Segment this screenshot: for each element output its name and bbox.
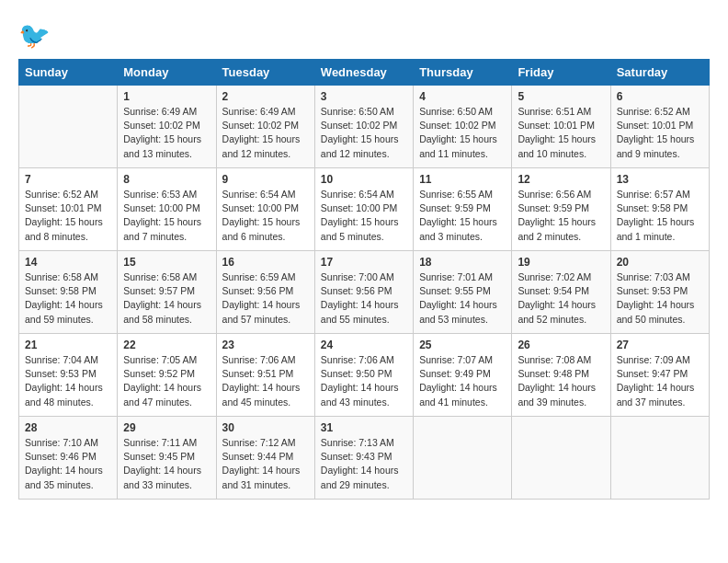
day-info: Sunrise: 7:11 AMSunset: 9:45 PMDaylight:…	[123, 436, 210, 492]
calendar-cell	[512, 417, 610, 500]
day-number: 22	[123, 339, 210, 351]
day-number: 5	[518, 90, 604, 103]
day-info: Sunrise: 7:06 AMSunset: 9:51 PMDaylight:…	[222, 353, 309, 409]
day-info: Sunrise: 6:56 AMSunset: 9:59 PMDaylight:…	[518, 188, 604, 244]
day-number: 1	[123, 90, 210, 103]
logo: 🐦	[18, 18, 55, 52]
calendar-cell	[414, 417, 512, 500]
calendar-cell: 18 Sunrise: 7:01 AMSunset: 9:55 PMDaylig…	[414, 251, 512, 334]
day-info: Sunrise: 7:01 AMSunset: 9:55 PMDaylight:…	[419, 270, 506, 327]
day-info: Sunrise: 6:59 AMSunset: 9:56 PMDaylight:…	[222, 270, 309, 327]
calendar-cell: 24 Sunrise: 7:06 AMSunset: 9:50 PMDaylig…	[314, 334, 413, 417]
calendar-cell: 23 Sunrise: 7:06 AMSunset: 9:51 PMDaylig…	[216, 334, 314, 417]
day-info: Sunrise: 7:08 AMSunset: 9:48 PMDaylight:…	[518, 353, 604, 409]
day-info: Sunrise: 7:06 AMSunset: 9:50 PMDaylight:…	[321, 353, 407, 409]
calendar-cell: 26 Sunrise: 7:08 AMSunset: 9:48 PMDaylig…	[512, 334, 610, 417]
day-header-wednesday: Wednesday	[314, 60, 413, 86]
day-number: 29	[123, 421, 210, 434]
svg-text:🐦: 🐦	[18, 20, 51, 51]
day-number: 8	[123, 173, 210, 186]
day-number: 3	[321, 90, 407, 103]
day-number: 9	[222, 173, 309, 186]
calendar-cell	[19, 86, 118, 168]
calendar-cell: 31 Sunrise: 7:13 AMSunset: 9:43 PMDaylig…	[314, 417, 413, 500]
day-info: Sunrise: 7:04 AMSunset: 9:53 PMDaylight:…	[25, 353, 111, 409]
calendar-cell: 12 Sunrise: 6:56 AMSunset: 9:59 PMDaylig…	[512, 168, 610, 251]
calendar-cell: 19 Sunrise: 7:02 AMSunset: 9:54 PMDaylig…	[512, 251, 610, 334]
day-number: 21	[25, 339, 111, 351]
day-number: 12	[518, 173, 604, 186]
calendar-cell: 3 Sunrise: 6:50 AMSunset: 10:02 PMDaylig…	[314, 86, 413, 168]
calendar-cell: 20 Sunrise: 7:03 AMSunset: 9:53 PMDaylig…	[610, 251, 709, 334]
day-info: Sunrise: 6:49 AMSunset: 10:02 PMDaylight…	[222, 105, 309, 161]
calendar-cell: 16 Sunrise: 6:59 AMSunset: 9:56 PMDaylig…	[216, 251, 314, 334]
calendar-cell: 29 Sunrise: 7:11 AMSunset: 9:45 PMDaylig…	[118, 417, 216, 500]
day-info: Sunrise: 7:10 AMSunset: 9:46 PMDaylight:…	[25, 436, 111, 492]
day-number: 13	[617, 173, 703, 186]
calendar-table: SundayMondayTuesdayWednesdayThursdayFrid…	[18, 59, 710, 500]
day-info: Sunrise: 6:53 AMSunset: 10:00 PMDaylight…	[123, 188, 210, 244]
day-info: Sunrise: 7:00 AMSunset: 9:56 PMDaylight:…	[321, 270, 407, 327]
day-number: 19	[518, 256, 604, 269]
calendar-cell: 9 Sunrise: 6:54 AMSunset: 10:00 PMDaylig…	[216, 168, 314, 251]
day-number: 20	[617, 256, 703, 269]
day-number: 25	[419, 339, 506, 351]
day-info: Sunrise: 6:50 AMSunset: 10:02 PMDaylight…	[321, 105, 407, 161]
day-info: Sunrise: 7:12 AMSunset: 9:44 PMDaylight:…	[222, 436, 309, 492]
calendar-cell: 10 Sunrise: 6:54 AMSunset: 10:00 PMDayli…	[314, 168, 413, 251]
day-number: 11	[419, 173, 506, 186]
day-info: Sunrise: 6:58 AMSunset: 9:57 PMDaylight:…	[123, 270, 210, 327]
calendar-cell: 2 Sunrise: 6:49 AMSunset: 10:02 PMDaylig…	[216, 86, 314, 168]
day-info: Sunrise: 6:51 AMSunset: 10:01 PMDaylight…	[518, 105, 604, 161]
calendar-cell: 22 Sunrise: 7:05 AMSunset: 9:52 PMDaylig…	[118, 334, 216, 417]
calendar-cell: 6 Sunrise: 6:52 AMSunset: 10:01 PMDaylig…	[610, 86, 709, 168]
calendar-cell: 4 Sunrise: 6:50 AMSunset: 10:02 PMDaylig…	[414, 86, 512, 168]
day-info: Sunrise: 6:55 AMSunset: 9:59 PMDaylight:…	[419, 188, 506, 244]
day-number: 23	[222, 339, 309, 351]
calendar-cell: 27 Sunrise: 7:09 AMSunset: 9:47 PMDaylig…	[610, 334, 709, 417]
day-info: Sunrise: 6:54 AMSunset: 10:00 PMDaylight…	[222, 188, 309, 244]
day-number: 31	[321, 421, 407, 434]
day-number: 6	[617, 90, 703, 103]
calendar-cell: 17 Sunrise: 7:00 AMSunset: 9:56 PMDaylig…	[314, 251, 413, 334]
day-number: 14	[25, 256, 111, 269]
day-info: Sunrise: 6:58 AMSunset: 9:58 PMDaylight:…	[25, 270, 111, 327]
calendar-cell: 14 Sunrise: 6:58 AMSunset: 9:58 PMDaylig…	[19, 251, 118, 334]
calendar-cell: 21 Sunrise: 7:04 AMSunset: 9:53 PMDaylig…	[19, 334, 118, 417]
logo-bird-icon: 🐦	[18, 18, 51, 52]
day-info: Sunrise: 7:02 AMSunset: 9:54 PMDaylight:…	[518, 270, 604, 327]
day-number: 18	[419, 256, 506, 269]
calendar-cell: 5 Sunrise: 6:51 AMSunset: 10:01 PMDaylig…	[512, 86, 610, 168]
calendar-cell: 11 Sunrise: 6:55 AMSunset: 9:59 PMDaylig…	[414, 168, 512, 251]
day-number: 10	[321, 173, 407, 186]
day-number: 4	[419, 90, 506, 103]
day-info: Sunrise: 7:03 AMSunset: 9:53 PMDaylight:…	[617, 270, 703, 327]
calendar-cell: 30 Sunrise: 7:12 AMSunset: 9:44 PMDaylig…	[216, 417, 314, 500]
day-info: Sunrise: 6:54 AMSunset: 10:00 PMDaylight…	[321, 188, 407, 244]
day-info: Sunrise: 6:50 AMSunset: 10:02 PMDaylight…	[419, 105, 506, 161]
day-info: Sunrise: 6:49 AMSunset: 10:02 PMDaylight…	[123, 105, 210, 161]
day-info: Sunrise: 6:57 AMSunset: 9:58 PMDaylight:…	[617, 188, 703, 244]
week-row-5: 28 Sunrise: 7:10 AMSunset: 9:46 PMDaylig…	[19, 417, 710, 500]
calendar-cell: 8 Sunrise: 6:53 AMSunset: 10:00 PMDaylig…	[118, 168, 216, 251]
calendar-cell: 15 Sunrise: 6:58 AMSunset: 9:57 PMDaylig…	[118, 251, 216, 334]
day-info: Sunrise: 6:52 AMSunset: 10:01 PMDaylight…	[617, 105, 703, 161]
week-row-2: 7 Sunrise: 6:52 AMSunset: 10:01 PMDaylig…	[19, 168, 710, 251]
calendar-header-row: SundayMondayTuesdayWednesdayThursdayFrid…	[19, 60, 710, 86]
calendar-cell: 13 Sunrise: 6:57 AMSunset: 9:58 PMDaylig…	[610, 168, 709, 251]
day-number: 16	[222, 256, 309, 269]
day-number: 15	[123, 256, 210, 269]
day-header-monday: Monday	[118, 60, 216, 86]
day-header-sunday: Sunday	[19, 60, 118, 86]
day-info: Sunrise: 7:13 AMSunset: 9:43 PMDaylight:…	[321, 436, 407, 492]
day-info: Sunrise: 7:07 AMSunset: 9:49 PMDaylight:…	[419, 353, 506, 409]
day-number: 24	[321, 339, 407, 351]
calendar-cell: 25 Sunrise: 7:07 AMSunset: 9:49 PMDaylig…	[414, 334, 512, 417]
week-row-3: 14 Sunrise: 6:58 AMSunset: 9:58 PMDaylig…	[19, 251, 710, 334]
week-row-4: 21 Sunrise: 7:04 AMSunset: 9:53 PMDaylig…	[19, 334, 710, 417]
day-header-thursday: Thursday	[414, 60, 512, 86]
day-number: 27	[617, 339, 703, 351]
calendar-cell: 28 Sunrise: 7:10 AMSunset: 9:46 PMDaylig…	[19, 417, 118, 500]
day-info: Sunrise: 7:09 AMSunset: 9:47 PMDaylight:…	[617, 353, 703, 409]
day-header-tuesday: Tuesday	[216, 60, 314, 86]
